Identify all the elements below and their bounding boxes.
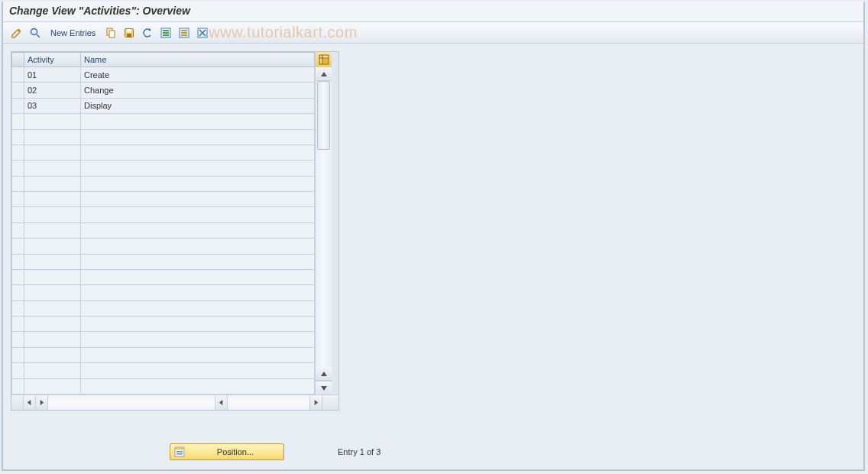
cell-activity[interactable]: [24, 207, 81, 222]
cell-name[interactable]: [81, 192, 315, 207]
row-selector[interactable]: [12, 67, 24, 83]
col-header-activity[interactable]: Activity: [24, 53, 81, 67]
find-icon[interactable]: [28, 25, 43, 41]
table-row[interactable]: [12, 176, 315, 191]
hscroll-right-button-2[interactable]: [309, 395, 322, 410]
scroll-track[interactable]: [316, 81, 332, 367]
table-row[interactable]: [12, 269, 315, 284]
cell-activity[interactable]: [24, 161, 81, 176]
row-selector[interactable]: [12, 347, 24, 362]
cell-activity[interactable]: [24, 378, 81, 394]
select-all-icon[interactable]: [158, 25, 173, 41]
cell-activity[interactable]: [24, 114, 81, 129]
row-selector[interactable]: [12, 269, 24, 284]
cell-activity[interactable]: 03: [24, 98, 81, 113]
hscroll-right-button[interactable]: [36, 395, 48, 410]
cell-name[interactable]: Display: [81, 98, 315, 113]
cell-activity[interactable]: [24, 300, 81, 316]
cell-activity[interactable]: [24, 254, 81, 269]
table-row[interactable]: [12, 332, 315, 347]
row-selector[interactable]: [12, 176, 24, 191]
table-settings-icon[interactable]: [316, 52, 332, 67]
cell-activity[interactable]: 02: [24, 83, 81, 98]
row-selector[interactable]: [12, 207, 24, 222]
table-row[interactable]: [12, 285, 315, 300]
row-selector[interactable]: [12, 285, 24, 300]
cell-activity[interactable]: [24, 332, 81, 347]
cell-name[interactable]: [81, 114, 315, 129]
table-row[interactable]: [12, 129, 315, 144]
cell-activity[interactable]: [24, 317, 81, 332]
cell-name[interactable]: [81, 363, 315, 378]
copy-icon[interactable]: [103, 25, 118, 41]
table-row[interactable]: [12, 378, 315, 394]
table-row[interactable]: 03Display: [12, 98, 315, 113]
table-row[interactable]: [12, 144, 315, 160]
cell-name[interactable]: [81, 269, 315, 284]
table-row[interactable]: [12, 317, 315, 332]
row-selector[interactable]: [12, 378, 24, 394]
cell-name[interactable]: [81, 317, 315, 332]
cell-name[interactable]: [81, 207, 315, 222]
table-row[interactable]: [12, 363, 315, 378]
cell-activity[interactable]: [24, 192, 81, 207]
undo-icon[interactable]: [140, 25, 155, 41]
cell-name[interactable]: [81, 161, 315, 176]
cell-name[interactable]: [81, 176, 315, 191]
cell-name[interactable]: [81, 300, 315, 316]
cell-name[interactable]: [81, 239, 315, 254]
hscroll-track-1[interactable]: [48, 395, 215, 410]
cell-activity[interactable]: [24, 129, 81, 144]
row-selector[interactable]: [12, 239, 24, 254]
row-selector[interactable]: [12, 222, 24, 238]
row-selector[interactable]: [12, 192, 24, 207]
table-row[interactable]: 02Change: [12, 83, 315, 98]
hscroll-left-button-2[interactable]: [215, 395, 228, 410]
cell-activity[interactable]: [24, 239, 81, 254]
row-selector[interactable]: [12, 332, 24, 347]
cell-activity[interactable]: [24, 285, 81, 300]
cell-name[interactable]: Change: [81, 83, 315, 98]
row-selector[interactable]: [12, 98, 24, 113]
cell-name[interactable]: [81, 254, 315, 269]
table-row[interactable]: [12, 300, 315, 316]
cell-name[interactable]: Create: [81, 67, 315, 83]
new-entries-button[interactable]: New Entries: [46, 25, 100, 41]
cell-activity[interactable]: [24, 363, 81, 378]
table-row[interactable]: [12, 254, 315, 269]
row-selector[interactable]: [12, 144, 24, 160]
cell-activity[interactable]: [24, 176, 81, 191]
cell-name[interactable]: [81, 332, 315, 347]
table-row[interactable]: [12, 347, 315, 362]
cell-name[interactable]: [81, 222, 315, 238]
scroll-up-button[interactable]: [316, 67, 332, 81]
cell-name[interactable]: [81, 129, 315, 144]
cell-activity[interactable]: [24, 347, 81, 362]
cell-name[interactable]: [81, 378, 315, 394]
row-selector[interactable]: [12, 161, 24, 176]
col-header-name[interactable]: Name: [81, 53, 315, 67]
row-selector[interactable]: [12, 300, 24, 316]
table-row[interactable]: [12, 161, 315, 176]
save-icon[interactable]: [121, 25, 137, 41]
deselect-all-icon[interactable]: [177, 25, 192, 41]
table-row[interactable]: [12, 207, 315, 222]
cell-activity[interactable]: [24, 144, 81, 160]
cell-name[interactable]: [81, 144, 315, 160]
table-row[interactable]: 01Create: [12, 67, 315, 83]
cell-activity[interactable]: [24, 269, 81, 284]
row-selector[interactable]: [12, 114, 24, 129]
table-row[interactable]: [12, 222, 315, 238]
table-row[interactable]: [12, 239, 315, 254]
change-icon[interactable]: [9, 25, 24, 41]
hscroll-left-button[interactable]: [24, 395, 36, 410]
scroll-thumb[interactable]: [317, 81, 330, 150]
cell-name[interactable]: [81, 347, 315, 362]
cell-activity[interactable]: [24, 222, 81, 238]
table-row[interactable]: [12, 192, 315, 207]
row-selector[interactable]: [12, 83, 24, 98]
row-selector[interactable]: [12, 363, 24, 378]
cell-activity[interactable]: 01: [24, 67, 81, 83]
row-selector[interactable]: [12, 129, 24, 144]
row-selector[interactable]: [12, 254, 24, 269]
